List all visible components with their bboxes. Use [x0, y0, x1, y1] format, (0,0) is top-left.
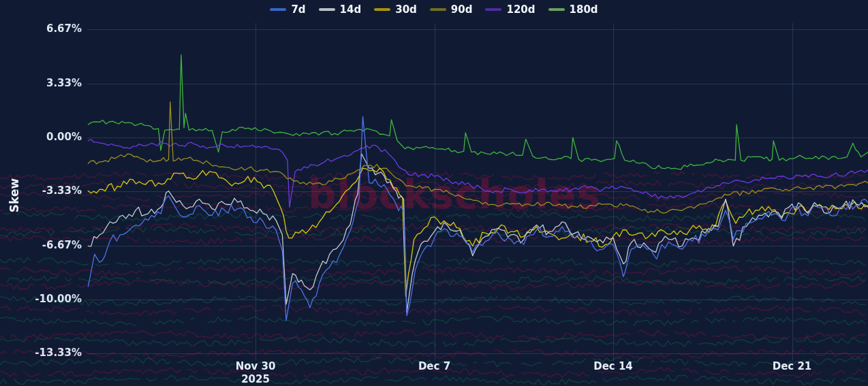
- y-tick--6.67%: -6.67%: [0, 239, 82, 251]
- legend: 7d14d30d90d120d180d: [0, 2, 868, 17]
- legend-label-7d: 7d: [291, 2, 305, 17]
- legend-label-120d: 120d: [506, 2, 535, 17]
- legend-item-180d[interactable]: 180d: [548, 2, 598, 17]
- legend-swatch-90d: [430, 8, 446, 11]
- y-tick--13.33%: -13.33%: [0, 347, 82, 359]
- skew-term-structure-chart: blockscholes 7d14d30d90d120d180d Skew 6.…: [0, 0, 868, 386]
- legend-label-90d: 90d: [451, 2, 473, 17]
- y-tick-6.67%: 6.67%: [0, 22, 82, 35]
- legend-item-7d[interactable]: 7d: [270, 2, 305, 17]
- legend-swatch-30d: [374, 8, 390, 11]
- legend-label-14d: 14d: [340, 2, 362, 17]
- legend-swatch-180d: [548, 8, 565, 11]
- legend-swatch-7d: [270, 8, 286, 11]
- legend-item-120d[interactable]: 120d: [485, 2, 535, 17]
- x-tick-Dec-14: Dec 14: [565, 360, 661, 373]
- y-tick--3.33%: -3.33%: [0, 184, 82, 197]
- legend-swatch-120d: [485, 8, 501, 11]
- chart-canvas[interactable]: [0, 0, 868, 386]
- legend-item-30d[interactable]: 30d: [374, 2, 417, 17]
- y-tick--10.00%: -10.00%: [0, 293, 82, 305]
- x-tick-Dec-21: Dec 21: [745, 360, 840, 373]
- x-tick-year: 2025: [208, 373, 303, 386]
- legend-label-180d: 180d: [570, 2, 598, 17]
- legend-item-14d[interactable]: 14d: [319, 2, 362, 17]
- y-tick-0.00%: 0.00%: [0, 131, 82, 143]
- legend-item-90d[interactable]: 90d: [430, 2, 473, 17]
- legend-label-30d: 30d: [395, 2, 417, 17]
- y-tick-3.33%: 3.33%: [0, 77, 82, 89]
- legend-swatch-14d: [319, 8, 335, 11]
- x-tick-Nov-30: Nov 302025: [208, 360, 303, 386]
- x-tick-Dec-7: Dec 7: [387, 360, 482, 373]
